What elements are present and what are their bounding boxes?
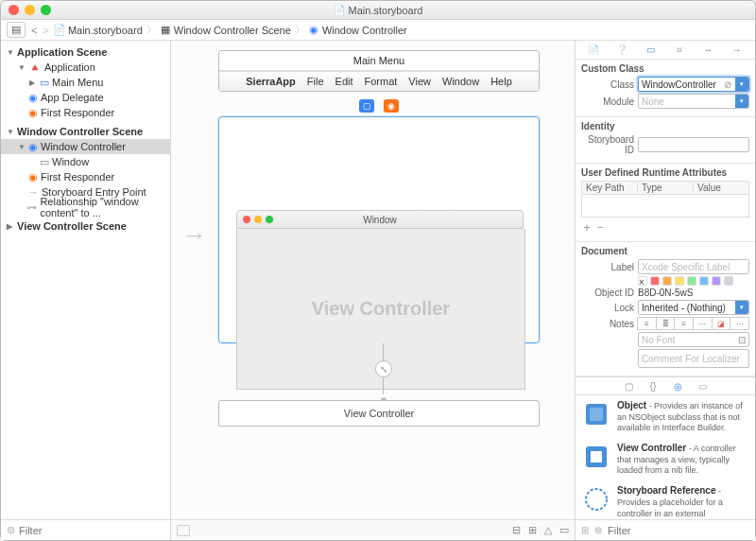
swatch-red[interactable] xyxy=(650,276,660,286)
swatch-gray[interactable] xyxy=(724,276,733,286)
class-field[interactable]: WindowController⊘▾ xyxy=(638,77,749,92)
notes-format-seg[interactable]: ≡ ≣ ≡ ⋯ ◪ ⋯ xyxy=(638,317,749,330)
outline-relationship[interactable]: ⊶Relationship "window content" to ... xyxy=(1,200,170,215)
tab-history-inspector[interactable]: ❔ xyxy=(614,44,629,57)
align-right-icon[interactable]: ≡ xyxy=(674,317,694,330)
swatch-orange[interactable] xyxy=(662,276,672,286)
udra-add-button[interactable]: ＋ xyxy=(581,219,593,236)
menu-item-help[interactable]: Help xyxy=(490,76,512,87)
lock-label: Lock xyxy=(581,303,634,313)
lock-dropdown[interactable]: ▾ xyxy=(735,301,748,314)
filter-icon: ⊜ xyxy=(594,525,602,535)
font-field[interactable]: No Font⊡ xyxy=(638,332,749,347)
window-controller-badge[interactable]: ▢ xyxy=(359,99,374,113)
outline-window-controller[interactable]: ▼◉Window Controller xyxy=(1,139,170,154)
tab-attributes-inspector[interactable]: ⌗ xyxy=(672,44,687,57)
text-color-icon[interactable]: ◪ xyxy=(712,317,731,330)
tab-object-library[interactable]: ◎ xyxy=(671,379,684,393)
lib-item-view-controller[interactable]: View Controller - A controller that mana… xyxy=(581,442,749,477)
swatch-yellow[interactable] xyxy=(675,276,684,286)
storyboard-id-field[interactable] xyxy=(638,137,749,152)
pin-icon[interactable]: ⊞ xyxy=(528,524,537,536)
swatch-blue[interactable] xyxy=(699,276,709,286)
library-filter-bar[interactable]: ⊞ ⊜ xyxy=(576,519,755,540)
more-icon[interactable]: ⋯ xyxy=(730,317,749,330)
custom-class-title: Custom Class xyxy=(581,63,749,74)
class-dropdown[interactable]: ▾ xyxy=(735,78,748,91)
udra-table[interactable]: Key Path Type Value xyxy=(581,181,749,195)
outline-toggle-icon[interactable]: ▤ xyxy=(11,24,21,36)
notes-field[interactable]: Comment For Localizer xyxy=(638,349,749,368)
outline-filter-input[interactable] xyxy=(19,525,164,536)
scene-window-controller[interactable]: ▼Window Controller Scene xyxy=(1,124,170,139)
object-id-label: Object ID xyxy=(581,288,634,298)
menu-item-view[interactable]: View xyxy=(408,76,431,87)
swatch-none[interactable]: × xyxy=(638,276,647,286)
tab-code-snippet[interactable]: {} xyxy=(646,379,660,393)
notes-label: Notes xyxy=(581,319,634,329)
tab-media-library[interactable]: ▭ xyxy=(696,379,709,393)
delegate-icon: ◉ xyxy=(28,92,38,104)
tab-size-inspector[interactable]: ↔ xyxy=(700,44,715,57)
tab-file-template[interactable]: ▢ xyxy=(622,379,635,393)
tab-identity-inspector[interactable]: ▭ xyxy=(644,44,659,57)
close-icon xyxy=(243,216,250,223)
breadcrumb[interactable]: 📄 Main.storyboard 〉 ▦ Window Controller … xyxy=(55,23,407,37)
swatch-purple[interactable] xyxy=(712,276,721,286)
tab-connections-inspector[interactable]: → xyxy=(730,44,745,57)
first-responder-badge[interactable]: ◉ xyxy=(384,99,399,113)
font-picker-icon[interactable]: ⊡ xyxy=(738,335,746,345)
nav-back[interactable]: < xyxy=(31,25,37,36)
relationship-icon: ⊶ xyxy=(26,201,37,214)
responder-icon: ◉ xyxy=(28,107,38,119)
outline-first-responder-1[interactable]: ◉First Responder xyxy=(1,105,170,120)
menu-item-file[interactable]: File xyxy=(307,76,324,87)
lib-item-object[interactable]: Object - Provides an instance of an NSOb… xyxy=(581,399,749,434)
view-controller-placeholder: View Controller xyxy=(312,298,450,320)
outline-window[interactable]: ▭Window xyxy=(1,154,170,169)
window-titlebar[interactable]: Window xyxy=(236,210,524,229)
doc-label-field[interactable]: Xcode Specific Label xyxy=(638,259,749,274)
view-as-icon[interactable] xyxy=(177,525,190,536)
module-field[interactable]: None▾ xyxy=(638,94,749,109)
window-controller-icon: ◉ xyxy=(28,141,38,153)
outline-main-menu[interactable]: ▶▭Main Menu xyxy=(1,75,170,90)
scene-application[interactable]: ▼Application Scene xyxy=(1,44,170,60)
grid-icon[interactable]: ⊞ xyxy=(581,525,589,535)
swatch-green[interactable] xyxy=(687,276,696,286)
align-left-icon[interactable]: ≡ xyxy=(637,317,657,330)
object-library[interactable]: Object - Provides an instance of an NSOb… xyxy=(576,395,755,519)
outline-first-responder-2[interactable]: ◉First Responder xyxy=(1,169,170,184)
udra-remove-button[interactable]: － xyxy=(594,219,606,236)
view-controller-object[interactable]: View Controller xyxy=(218,400,540,427)
window-controller-object[interactable]: Window View Controller xyxy=(218,116,540,343)
relationship-segue[interactable]: ⤡ ▼ xyxy=(374,343,393,400)
clear-icon[interactable]: ⊘ xyxy=(724,79,731,90)
menu-item-window[interactable]: Window xyxy=(442,76,479,87)
library-tabs[interactable]: ▢ {} ◎ ▭ xyxy=(576,376,755,395)
resolve-icon[interactable]: △ xyxy=(544,524,552,536)
main-menu-object[interactable]: Main Menu SierraApp File Edit Format Vie… xyxy=(218,50,540,92)
library-filter-input[interactable] xyxy=(608,525,749,536)
module-dropdown[interactable]: ▾ xyxy=(735,95,748,108)
menu-item-edit[interactable]: Edit xyxy=(335,76,353,87)
menu-item-format[interactable]: Format xyxy=(365,76,398,87)
align-justify-icon[interactable]: ⋯ xyxy=(693,317,713,330)
nav-segmented[interactable]: ▤ xyxy=(7,22,26,38)
align-icon[interactable]: ⊟ xyxy=(512,524,521,536)
menu-item-app[interactable]: SierraApp xyxy=(246,76,296,87)
align-center-icon[interactable]: ≣ xyxy=(656,317,676,330)
outline-application[interactable]: ▼🔺Application xyxy=(1,60,170,75)
nav-forward[interactable]: > xyxy=(43,25,48,36)
outline-filter[interactable]: ⊜ xyxy=(1,519,170,540)
outline-app-delegate[interactable]: ◉App Delegate xyxy=(1,90,170,105)
scene-view-controller[interactable]: ▶View Controller Scene xyxy=(1,218,170,234)
lock-field[interactable]: Inherited - (Nothing)▾ xyxy=(638,300,749,315)
embed-icon[interactable]: ▭ xyxy=(559,524,569,536)
lib-item-storyboard-ref[interactable]: Storyboard Reference - Provides a placeh… xyxy=(581,484,749,519)
label-color-swatches[interactable]: × xyxy=(638,276,733,286)
storyboard-canvas[interactable]: Main Menu SierraApp File Edit Format Vie… xyxy=(171,41,576,540)
tab-file-inspector[interactable]: 📄 xyxy=(586,44,601,57)
inspector-tabs[interactable]: 📄 ❔ ▭ ⌗ ↔ → xyxy=(576,41,755,60)
responder-icon: ◉ xyxy=(28,171,38,183)
